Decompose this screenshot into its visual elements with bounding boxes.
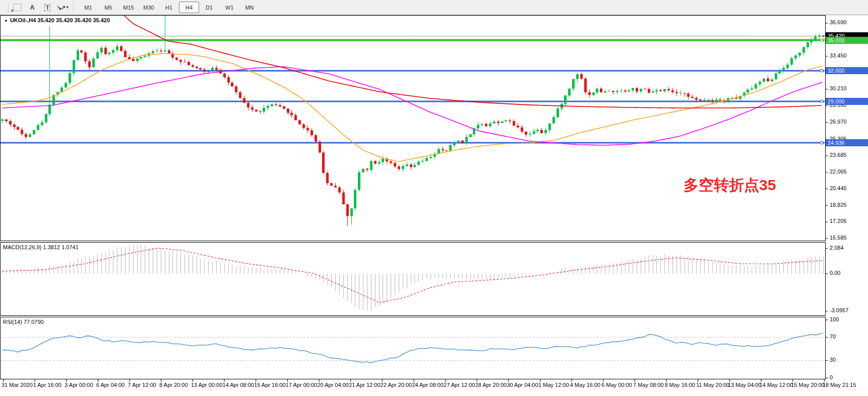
timeframe-m5[interactable]: M5	[98, 2, 118, 13]
time-tick-label: 6 May 00:00	[601, 382, 632, 388]
time-tick-label: 21 Apr 12:00	[349, 382, 380, 388]
mt4-window: FAT↘↗▾ M1M5M15M30H1H4D1W1MN ▼UKOil-,H4 3…	[0, 0, 868, 396]
timeframe-m1[interactable]: M1	[78, 2, 98, 13]
time-tick-label: 15 Apr 16:00	[254, 382, 285, 388]
objects-tool-icon[interactable]: ↘↗▾	[55, 2, 70, 14]
font-tool-icon[interactable]: A	[25, 2, 39, 14]
chevron-down-icon[interactable]: ▼	[4, 19, 8, 23]
toolbar-grip[interactable]	[1, 3, 9, 13]
time-tick-label: 15 May 20:00	[791, 382, 825, 388]
timeframe-m15[interactable]: M15	[118, 2, 139, 13]
rsi-tick-label: 30	[830, 357, 836, 363]
price-tick-label: 23.685	[830, 152, 847, 158]
chart-shift-icon[interactable]: F	[10, 2, 24, 14]
time-tick-label: 20 Apr 04:00	[318, 382, 349, 388]
annotation-text[interactable]: 多空转折点35	[684, 175, 776, 196]
rsi-tick-label: 0	[830, 374, 833, 380]
time-tick-label: 27 Apr 12:00	[444, 382, 475, 388]
time-tick-label: 18 May 21:15	[823, 382, 856, 388]
time-tick-label: 17 Apr 00:00	[286, 382, 317, 388]
price-badge-29.000: 29.000	[826, 98, 868, 105]
time-tick-label: 13 May 04:00	[728, 382, 762, 388]
price-tick-label: 15.585	[830, 235, 847, 241]
toolbar-separator	[73, 2, 77, 13]
price-tick-label: 30.210	[830, 85, 847, 91]
price-tick-label: 20.445	[830, 185, 847, 191]
time-tick-label: 28 Apr 20:00	[475, 382, 507, 388]
price-tick-label: 22.065	[830, 168, 847, 175]
time-tick-label: 24 Apr 08:00	[412, 382, 443, 388]
time-tick-label: 8 Apr 20:00	[159, 382, 188, 388]
time-tick-label: 8 May 16:00	[665, 382, 696, 388]
time-tick-label: 7 May 08:00	[633, 382, 664, 388]
rsi-tick-label: 70	[830, 333, 836, 340]
toolbar: FAT↘↗▾ M1M5M15M30H1H4D1W1MN	[0, 0, 868, 15]
price-tick-label: 18.825	[830, 202, 847, 208]
timeframe-buttons: M1M5M15M30H1H4D1W1MN	[78, 2, 260, 13]
timeframe-w1[interactable]: W1	[219, 2, 239, 13]
macd-tick-label: -3.0957	[830, 307, 848, 313]
time-tick-label: 14 Apr 08:00	[223, 382, 254, 388]
time-tick-label: 30 Apr 04:00	[507, 382, 538, 388]
timeframe-h1[interactable]: H1	[159, 2, 179, 13]
time-tick-label: 6 Apr 04:00	[96, 382, 125, 388]
price-tick-label: 33.450	[830, 52, 847, 59]
timeframe-m30[interactable]: M30	[139, 2, 159, 13]
macd-indicator-label: MACD(12,26,9) 1.3812 1.0741	[3, 244, 79, 250]
price-badge-32.000: 32.000	[826, 67, 868, 74]
timeframe-d1[interactable]: D1	[199, 2, 219, 13]
time-tick-label: 1 Apr 16:00	[33, 382, 61, 388]
tool-buttons: FAT↘↗▾	[10, 2, 70, 14]
time-tick-label: 1 May 12:00	[538, 382, 569, 388]
time-tick-label: 11 May 20:00	[696, 382, 729, 388]
price-badge-35.000: 35.000	[826, 37, 868, 44]
rsi-indicator-label: RSI(14) 77.0790	[3, 319, 44, 325]
symbol-title[interactable]: ▼UKOil-,H4 35.420 35.420 35.420 35.420	[4, 17, 110, 23]
price-tick-label: 26.970	[830, 119, 847, 125]
timeframe-h4[interactable]: H4	[179, 2, 199, 13]
macd-tick-label: 2.084	[830, 245, 844, 251]
time-tick-label: 22 Apr 20:00	[381, 382, 412, 388]
timeframe-mn[interactable]: MN	[239, 2, 260, 13]
price-badge-24.936: 24.936	[826, 139, 868, 146]
time-tick-label: 14 May 12:00	[760, 382, 793, 388]
time-tick-label: 7 Apr 12:00	[128, 382, 156, 388]
text-label-tool-icon[interactable]: T	[40, 2, 54, 14]
price-tick-label: 17.205	[830, 218, 847, 224]
time-tick-label: 4 May 16:00	[570, 382, 601, 388]
price-tick-label: 36.690	[830, 19, 847, 25]
macd-tick-label: 0.00	[830, 270, 840, 276]
rsi-tick-label: 100	[830, 316, 839, 322]
symbol-ohlc-text: UKOil-,H4 35.420 35.420 35.420 35.420	[10, 17, 110, 23]
time-tick-label: 31 Mar 2020	[2, 382, 33, 388]
time-tick-label: 3 Apr 00:00	[65, 382, 93, 388]
time-tick-label: 13 Apr 00:00	[191, 382, 222, 388]
chart-canvas[interactable]	[0, 0, 868, 396]
